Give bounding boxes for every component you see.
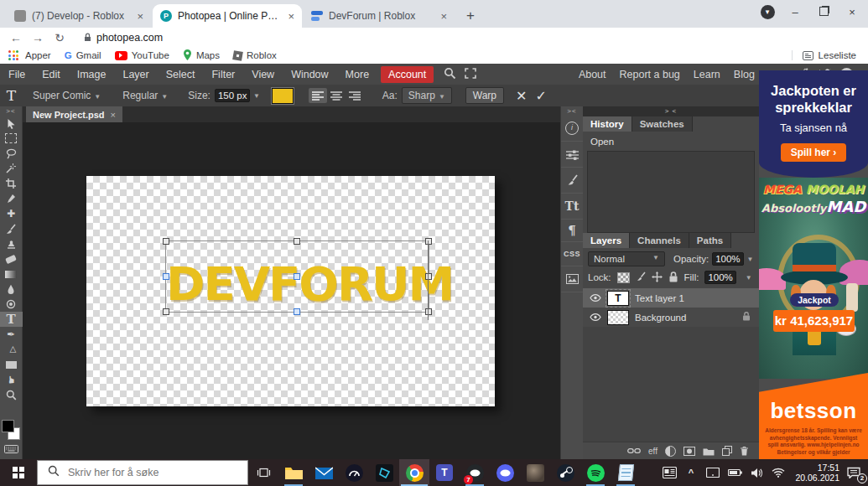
bookmark-roblox[interactable]: Roblox <box>233 50 277 60</box>
text-layer-thumbnail[interactable]: T <box>607 291 629 306</box>
teams-icon[interactable]: T <box>429 459 460 486</box>
volume-icon[interactable] <box>746 459 767 486</box>
tab-close-icon[interactable]: × <box>137 10 143 23</box>
lock-icon[interactable] <box>84 30 91 45</box>
document-close-icon[interactable]: × <box>111 110 116 120</box>
bookmark-apper[interactable]: Apper <box>25 50 51 60</box>
menu-window[interactable]: Window <box>283 69 336 80</box>
spotify-icon[interactable] <box>580 459 611 486</box>
window-restore-button[interactable] <box>815 6 832 18</box>
new-group-icon[interactable] <box>703 447 715 456</box>
account-button[interactable]: Account <box>381 66 434 83</box>
background-layer-thumbnail[interactable] <box>607 310 629 325</box>
eyedropper-tool[interactable] <box>0 191 23 206</box>
bookmark-maps[interactable]: Maps <box>183 49 220 62</box>
taskbar-search[interactable] <box>37 460 248 485</box>
layer-row-background[interactable]: Background <box>583 308 759 327</box>
tab-paths[interactable]: Paths <box>689 233 731 248</box>
news-widget-icon[interactable] <box>658 459 680 486</box>
battery-icon[interactable] <box>724 459 746 486</box>
lasso-tool[interactable] <box>0 146 23 161</box>
layer-row-text[interactable]: T Text layer 1 <box>583 288 759 308</box>
image-panel-icon[interactable] <box>561 266 584 292</box>
lock-transparency-icon[interactable] <box>617 272 630 283</box>
taskbar-clock[interactable]: 17:5120.06.2021 <box>789 463 839 483</box>
visibility-eye-icon[interactable] <box>590 293 601 303</box>
paragraph-panel-icon[interactable]: ¶ <box>561 220 584 242</box>
new-layer-icon[interactable] <box>722 446 732 456</box>
strip-collapse-icon[interactable]: >< <box>567 106 576 116</box>
discord-icon[interactable] <box>490 459 520 486</box>
tab-layers[interactable]: Layers <box>583 233 630 248</box>
bookmark-gmail[interactable]: GGmail <box>65 50 101 60</box>
betsson-logo[interactable]: betsson <box>759 398 868 424</box>
link-layers-icon[interactable] <box>627 447 641 454</box>
delete-layer-icon[interactable] <box>740 446 749 456</box>
layer-name[interactable]: Background <box>635 313 686 323</box>
info-panel-icon[interactable]: i <box>561 116 584 142</box>
window-close-button[interactable]: × <box>844 6 860 18</box>
forward-button[interactable]: → <box>27 31 49 44</box>
menu-select[interactable]: Select <box>158 69 204 80</box>
link-blog[interactable]: Blog <box>734 69 755 80</box>
hand-tool[interactable]: ☛ <box>3 369 18 391</box>
crop-tool[interactable] <box>0 176 23 191</box>
type-tool[interactable]: T <box>0 312 23 327</box>
layer-name[interactable]: Text layer 1 <box>635 293 684 303</box>
toolbar-collapse-icon[interactable]: >< <box>6 106 15 116</box>
bookmark-youtube[interactable]: YouTube <box>115 50 169 60</box>
handle-top-right[interactable] <box>425 238 432 245</box>
document-tab[interactable]: New Project.psd × <box>26 106 122 122</box>
link-learn[interactable]: Learn <box>694 69 720 80</box>
tablet-mode-icon[interactable] <box>702 459 724 486</box>
speedtest-icon[interactable] <box>339 459 369 486</box>
start-button[interactable] <box>0 459 37 486</box>
url-text[interactable]: photopea.com <box>96 32 163 44</box>
handle-bottom-left[interactable] <box>163 308 169 315</box>
menu-more[interactable]: More <box>337 69 377 80</box>
move-tool[interactable] <box>0 116 23 131</box>
menu-file[interactable]: File <box>0 69 34 80</box>
search-input[interactable] <box>66 466 237 479</box>
handle-top-left[interactable] <box>163 238 169 245</box>
size-input[interactable]: 150 px <box>215 89 250 102</box>
fill-dropdown-icon[interactable]: ▼ <box>746 274 752 282</box>
font-family-select[interactable]: Super Comic▼ <box>33 90 101 101</box>
css-panel-icon[interactable]: CSS <box>561 242 584 266</box>
file-explorer-icon[interactable] <box>278 459 309 486</box>
fill-input[interactable]: 100% <box>704 271 735 284</box>
task-view-button[interactable] <box>248 459 278 486</box>
handle-bottom-center[interactable] <box>294 308 300 315</box>
font-style-select[interactable]: Regular▼ <box>122 90 168 101</box>
color-swatches[interactable] <box>2 420 20 440</box>
handle-mid-right[interactable] <box>425 273 432 280</box>
align-right-button[interactable] <box>346 88 364 103</box>
link-about[interactable]: About <box>579 69 606 80</box>
healing-brush-tool[interactable]: ✚ <box>0 206 23 221</box>
roblox-studio-icon[interactable] <box>369 459 399 486</box>
wifi-icon[interactable] <box>767 459 789 486</box>
action-center-icon[interactable]: 2 <box>839 459 868 486</box>
tab-channels[interactable]: Channels <box>630 233 689 248</box>
reading-list[interactable]: Leseliste <box>792 50 856 60</box>
menu-edit[interactable]: Edit <box>34 69 69 80</box>
cancel-icon[interactable]: ✕ <box>516 88 527 104</box>
text-selection-box[interactable]: DEVFORUM <box>165 240 429 313</box>
game-app-icon[interactable] <box>520 459 550 486</box>
gradient-tool[interactable] <box>0 266 23 282</box>
tab-photopea[interactable]: P Photopea | Online Photo Editor × <box>153 4 302 28</box>
layer-mask-icon[interactable] <box>683 447 695 456</box>
notepad-icon[interactable] <box>611 459 641 486</box>
blur-tool[interactable] <box>0 282 23 297</box>
clone-stamp-tool[interactable] <box>0 236 23 251</box>
handle-bottom-right[interactable] <box>425 308 432 315</box>
handle-mid-left[interactable] <box>163 273 169 280</box>
marquee-select-tool[interactable] <box>0 131 23 146</box>
direct-select-tool[interactable]: ▷ <box>3 339 18 361</box>
tab-history[interactable]: History <box>583 116 632 132</box>
adjustment-layer-icon[interactable] <box>665 446 676 457</box>
panel-collapse-bar[interactable]: > < <box>583 106 759 116</box>
link-report-bug[interactable]: Report a bug <box>620 69 680 80</box>
lock-all-icon[interactable] <box>668 271 678 284</box>
align-left-button[interactable] <box>309 88 327 103</box>
